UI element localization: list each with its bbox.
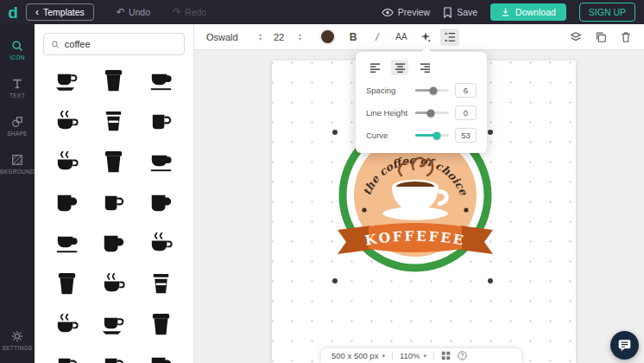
icon-result-togo-coffee[interactable]: [91, 101, 138, 142]
sidebar-item-icon[interactable]: ICON: [0, 31, 35, 69]
selection-handle-bottom-right[interactable]: [488, 278, 493, 283]
line-spacing-icon: [444, 31, 456, 43]
selection-handle-bottom-left[interactable]: [332, 278, 338, 283]
icon-result-solid-mug[interactable]: [91, 345, 138, 363]
font-size-select[interactable]: 22 ▴ ▾: [274, 32, 301, 42]
icon-result-paper-cup-2[interactable]: [137, 304, 185, 345]
top-bar: d ‹ Templates ↶ Undo ↷ Redo Preview Save…: [0, 0, 644, 24]
align-left-button[interactable]: [366, 60, 383, 75]
font-family-select[interactable]: Oswald ▴ ▾: [206, 32, 262, 42]
gear-icon: [11, 330, 23, 342]
signup-label: SIGN UP: [589, 7, 626, 17]
text-spacing-button[interactable]: [440, 29, 459, 46]
designevo-logo[interactable]: d: [0, 4, 26, 21]
layers-button[interactable]: [570, 31, 582, 43]
curve-row: Curve 53: [366, 128, 477, 143]
caret-down-icon: ▾: [424, 353, 427, 360]
sidebar-item-text[interactable]: TEXT: [0, 69, 35, 107]
curve-label: Curve: [366, 131, 409, 140]
icon-result-dark-mug[interactable]: [91, 182, 138, 223]
icon-result-cup-tray[interactable]: [91, 304, 138, 345]
font-size-stepper[interactable]: ▴ ▾: [299, 33, 301, 41]
icon-result-steaming-mug[interactable]: [43, 142, 91, 182]
sidebar-item-label: TEXT: [9, 92, 25, 99]
redo-button[interactable]: ↷ Redo: [173, 7, 206, 17]
support-chat-button[interactable]: [610, 331, 639, 360]
icon-result-small-cup[interactable]: [91, 264, 138, 304]
line-height-value[interactable]: 0: [455, 105, 477, 120]
sidebar-item-label: ICON: [9, 54, 24, 60]
grid-toggle-button[interactable]: [441, 351, 451, 360]
line-height-label: Line Height: [366, 108, 409, 118]
duplicate-button[interactable]: [595, 31, 607, 43]
delete-button[interactable]: [620, 31, 632, 43]
undo-button[interactable]: ↶ Undo: [117, 7, 150, 17]
icon-search-input[interactable]: [65, 39, 177, 49]
text-spacing-popup: Spacing 6 Line Height 0 Curve 53: [356, 52, 487, 153]
italic-button[interactable]: /: [368, 29, 387, 46]
text-effects-button[interactable]: [416, 29, 435, 46]
spacing-slider[interactable]: [415, 89, 449, 92]
spacing-label: Spacing: [366, 86, 409, 95]
templates-button[interactable]: ‹ Templates: [26, 3, 94, 21]
font-family-stepper[interactable]: ▴ ▾: [259, 33, 262, 41]
letter-case-button[interactable]: AA: [392, 29, 411, 46]
icon-result-steam-small[interactable]: [43, 304, 91, 345]
download-button[interactable]: Download: [490, 3, 566, 21]
spacing-row: Spacing 6: [366, 83, 477, 98]
icon-result-hot-coffee[interactable]: [43, 101, 91, 142]
zoom-select[interactable]: 110% ▾: [400, 351, 426, 360]
spacing-value[interactable]: 6: [455, 83, 477, 98]
icon-result-espresso-cup[interactable]: [43, 60, 91, 101]
align-center-icon: [395, 62, 406, 73]
step-down-icon: ▾: [299, 37, 301, 41]
save-button[interactable]: Save: [443, 7, 477, 18]
chevron-left-icon: ‹: [35, 9, 39, 16]
icon-result-hot-cup[interactable]: [137, 223, 185, 264]
canvas-size-select[interactable]: 500 x 500 px ▾: [331, 351, 385, 360]
trash-icon: [620, 31, 632, 43]
icon-result-round-mug[interactable]: [91, 223, 138, 264]
line-height-slider[interactable]: [415, 111, 449, 114]
align-center-button[interactable]: [391, 60, 408, 75]
icon-result-open-mug[interactable]: [137, 345, 185, 363]
sidebar-item-settings[interactable]: SETTINGS: [0, 322, 35, 360]
download-label: Download: [515, 7, 556, 17]
icon-result-tall-cup[interactable]: [43, 223, 91, 264]
icon-search-box[interactable]: [43, 33, 185, 55]
logo-dot-right: [464, 207, 468, 212]
selection-handle-top-right[interactable]: [488, 130, 493, 135]
icon-result-mug[interactable]: [137, 182, 185, 223]
bookmark-icon: [443, 7, 452, 18]
icon-result-coffee-mug[interactable]: [137, 101, 185, 142]
icon-result-takeaway-cup[interactable]: [91, 142, 138, 182]
icon-result-tea-cup[interactable]: [137, 142, 185, 182]
sidebar-item-shape[interactable]: SHAPE: [0, 107, 35, 145]
bold-button[interactable]: B: [344, 29, 363, 46]
signup-button[interactable]: SIGN UP: [579, 3, 635, 22]
preview-button[interactable]: Preview: [382, 7, 430, 17]
curve-slider[interactable]: [415, 134, 449, 137]
curve-value[interactable]: 53: [455, 128, 477, 143]
grid-icon: [441, 351, 451, 360]
download-icon: [501, 8, 510, 17]
text-toolbar: Oswald ▴ ▾ 22 ▴ ▾ B / AA: [194, 24, 644, 50]
line-height-row: Line Height 0: [366, 105, 477, 120]
sidebar-item-bkground[interactable]: BKGROUND: [0, 145, 35, 183]
icon-panel: [35, 24, 194, 363]
selection-handle-top-left[interactable]: [332, 130, 338, 135]
help-button[interactable]: [458, 351, 467, 360]
search-icon: [11, 40, 23, 52]
font-family-value: Oswald: [206, 32, 238, 42]
undo-label: Undo: [129, 7, 150, 17]
icon-result-tall-togo[interactable]: [43, 264, 91, 304]
icon-result-paper-cup[interactable]: [91, 60, 138, 101]
text-color-swatch[interactable]: [321, 30, 334, 43]
canvas-status-bar: 500 x 500 px ▾ 110% ▾: [321, 348, 521, 363]
icon-result-filled-cup[interactable]: [43, 345, 91, 363]
icon-result-big-mug[interactable]: [43, 182, 91, 223]
align-right-icon: [420, 62, 431, 73]
align-right-button[interactable]: [416, 60, 433, 75]
icon-result-lined-togo[interactable]: [137, 264, 185, 304]
icon-result-coffee-cup[interactable]: [137, 60, 185, 101]
